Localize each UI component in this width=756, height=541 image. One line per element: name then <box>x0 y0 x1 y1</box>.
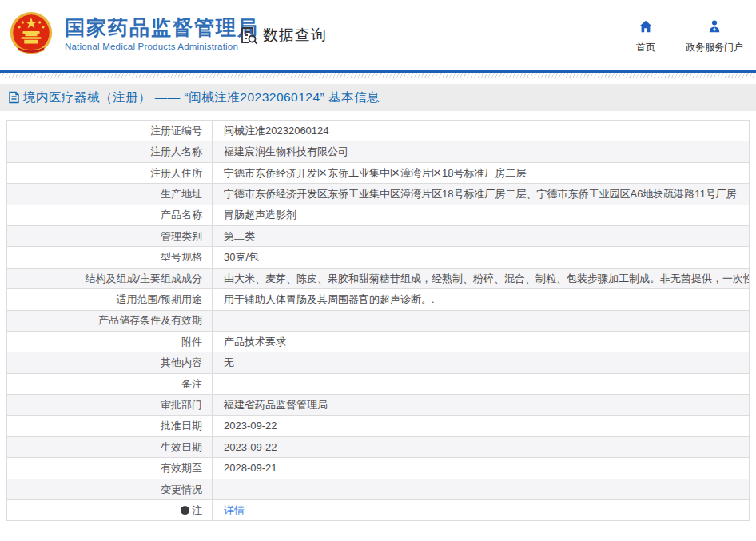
row-label-text: 产品名称 <box>161 209 202 221</box>
row-value: 胃肠超声造影剂 <box>213 205 750 225</box>
site-header: 国家药品监督管理局 National Medical Products Admi… <box>0 0 756 70</box>
table-row: 生效日期2023-09-22 <box>7 436 750 457</box>
row-label: 型号规格 <box>7 247 213 268</box>
row-label-text: 产品储存条件及有效期 <box>98 314 202 326</box>
page-title-bar: 境内医疗器械（注册） —— “闽械注准20232060124” 基本信息 <box>0 84 756 111</box>
note-dot-icon <box>181 506 189 515</box>
row-label: 管理类别 <box>7 225 213 246</box>
table-row: 其他内容无 <box>7 352 750 373</box>
row-label-text: 其他内容 <box>161 356 202 368</box>
row-label: 注册人名称 <box>7 141 213 162</box>
row-label: 备注 <box>7 373 213 394</box>
info-table-body: 注册证编号闽械注准20232060124注册人名称福建宸润生物科技有限公司注册人… <box>7 121 750 521</box>
table-row: 有效期至2028-09-21 <box>7 458 750 479</box>
row-label: 变更情况 <box>7 479 213 499</box>
row-label: 生效日期 <box>7 436 213 457</box>
org-name-cn: 国家药品监督管理局 <box>65 16 259 39</box>
table-row: 变更情况 <box>7 479 750 499</box>
row-label: 审批部门 <box>7 395 213 416</box>
row-label-text: 备注 <box>181 378 202 390</box>
row-value: 宁德市东侨经济开发区东侨工业集中区漳湾片区18号标准厂房二层 <box>213 162 750 183</box>
row-label-text: 适用范围/预期用途 <box>116 293 202 305</box>
row-label-text: 注册证编号 <box>150 125 202 137</box>
table-row: 审批部门福建省药品监督管理局 <box>7 395 750 416</box>
row-label-text: 附件 <box>181 336 202 348</box>
row-label-text: 注册人名称 <box>150 145 202 157</box>
row-value: 2028-09-21 <box>213 458 750 479</box>
row-label-text: 管理类别 <box>161 230 202 242</box>
data-query-nav[interactable]: 数据查询 <box>239 25 327 46</box>
table-row: 管理类别第二类 <box>7 225 750 246</box>
row-label: 注册人住所 <box>7 162 213 183</box>
row-value: 福建省药品监督管理局 <box>213 395 750 416</box>
row-value: 2023-09-22 <box>213 436 750 457</box>
user-icon <box>707 19 722 34</box>
table-row: 产品名称胃肠超声造影剂 <box>7 205 750 225</box>
table-row: 生产地址宁德市东侨经济开发区东侨工业集中区漳湾片区18号标准厂房二层、宁德市东侨… <box>7 184 750 205</box>
row-value: 宁德市东侨经济开发区东侨工业集中区漳湾片区18号标准厂房二层、宁德市东侨工业园区… <box>213 184 750 205</box>
org-names: 国家药品监督管理局 National Medical Products Admi… <box>65 16 259 51</box>
info-table-wrap: 注册证编号闽械注准20232060124注册人名称福建宸润生物科技有限公司注册人… <box>0 111 756 521</box>
row-value <box>213 373 750 394</box>
row-value: 闽械注准20232060124 <box>213 121 750 141</box>
row-label-text: 审批部门 <box>161 399 202 411</box>
table-row: 批准日期2023-09-22 <box>7 416 750 436</box>
table-row: 注册人住所宁德市东侨经济开发区东侨工业集中区漳湾片区18号标准厂房二层 <box>7 162 750 183</box>
row-label-text: 批准日期 <box>161 420 202 432</box>
row-label-text: 结构及组成/主要组成成分 <box>85 272 202 284</box>
table-row: 注册证编号闽械注准20232060124 <box>7 121 750 141</box>
row-label: 适用范围/预期用途 <box>7 289 213 310</box>
org-name-en: National Medical Products Administration <box>65 42 259 51</box>
row-label-text: 有效期至 <box>161 462 202 474</box>
row-label: 产品储存条件及有效期 <box>7 310 213 331</box>
table-row: 附件产品技术要求 <box>7 331 750 352</box>
data-query-icon <box>239 26 258 45</box>
row-label: 结构及组成/主要组成成分 <box>7 268 213 288</box>
nav-portal[interactable]: 政务服务门户 <box>686 19 743 54</box>
row-label-text: 型号规格 <box>161 251 202 263</box>
nav-portal-label: 政务服务门户 <box>686 41 743 54</box>
row-label: 注册证编号 <box>7 121 213 141</box>
row-value: 由大米、麦芽、陈皮、果胶和甜菊糖苷组成，经熟制、粉碎、混合、制粒、包装步骤加工制… <box>213 268 750 288</box>
row-label-text: 变更情况 <box>161 483 202 495</box>
info-table: 注册证编号闽械注准20232060124注册人名称福建宸润生物科技有限公司注册人… <box>6 120 750 521</box>
row-label-text: 注册人住所 <box>150 167 202 179</box>
nav-home-label: 首页 <box>636 41 655 54</box>
row-label: 其他内容 <box>7 352 213 373</box>
row-label: 生产地址 <box>7 184 213 205</box>
row-label-text: 注 <box>192 504 202 516</box>
row-value: 第二类 <box>213 225 750 246</box>
home-icon <box>639 19 653 34</box>
row-value: 用于辅助人体胃肠及其周围器官的超声诊断。. <box>213 289 750 310</box>
spacer <box>0 78 756 84</box>
table-row: 注册人名称福建宸润生物科技有限公司 <box>7 141 750 162</box>
data-query-label: 数据查询 <box>263 25 327 46</box>
nmpa-logo[interactable]: 国家药品监督管理局 National Medical Products Admi… <box>8 10 259 57</box>
row-label-text: 生产地址 <box>161 188 202 200</box>
table-row: 型号规格30克/包 <box>7 247 750 268</box>
header-nav: 首页 政务服务门户 <box>636 19 743 54</box>
row-value: 产品技术要求 <box>213 331 750 352</box>
row-label-text: 生效日期 <box>161 441 202 453</box>
row-value: 福建宸润生物科技有限公司 <box>213 141 750 162</box>
table-row: 注详情 <box>7 500 750 521</box>
row-label: 注 <box>7 500 213 521</box>
row-label: 批准日期 <box>7 416 213 436</box>
table-row: 适用范围/预期用途用于辅助人体胃肠及其周围器官的超声诊断。. <box>7 289 750 310</box>
nav-home[interactable]: 首页 <box>636 19 655 54</box>
row-value: 30克/包 <box>213 247 750 268</box>
row-label: 附件 <box>7 331 213 352</box>
table-row: 结构及组成/主要组成成分由大米、麦芽、陈皮、果胶和甜菊糖苷组成，经熟制、粉碎、混… <box>7 268 750 288</box>
row-value <box>213 479 750 499</box>
row-value <box>213 310 750 331</box>
document-icon <box>8 91 20 104</box>
row-value: 2023-09-22 <box>213 416 750 436</box>
row-label: 产品名称 <box>7 205 213 225</box>
row-value: 详情 <box>213 500 750 521</box>
detail-link[interactable]: 详情 <box>224 504 245 516</box>
row-value: 无 <box>213 352 750 373</box>
table-row: 产品储存条件及有效期 <box>7 310 750 331</box>
page-title: 境内医疗器械（注册） —— “闽械注准20232060124” 基本信息 <box>23 90 380 106</box>
table-row: 备注 <box>7 373 750 394</box>
china-national-emblem-icon <box>8 10 54 57</box>
